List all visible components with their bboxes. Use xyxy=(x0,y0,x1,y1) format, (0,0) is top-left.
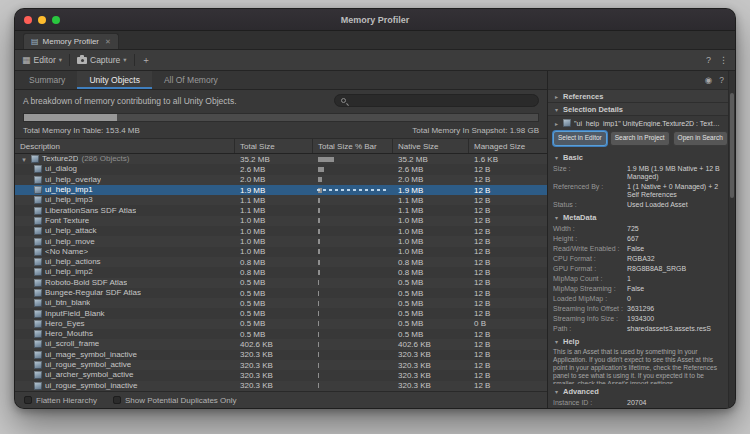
field-row: MipMap Count :1 xyxy=(548,274,728,284)
table-row[interactable]: Font Texture1.0 MB1.0 MB12 B xyxy=(15,216,547,226)
managed-size-cell: 12 B xyxy=(469,247,547,257)
capture-button-label: Capture xyxy=(90,55,120,65)
table-row[interactable]: ui_help_imp11.9 MB1.9 MB12 B xyxy=(15,185,547,195)
column-header-size-bar[interactable]: Total Size % Bar xyxy=(313,139,393,153)
checkbox-icon[interactable] xyxy=(24,396,32,404)
table-row[interactable]: ui_scroll_frame402.6 KB402.6 KB12 B xyxy=(15,339,547,349)
eye-icon[interactable]: ◉ xyxy=(705,75,712,85)
table-row[interactable]: Bungee-Regular SDF Atlas0.5 MB0.5 MB12 B xyxy=(15,288,547,298)
help-section-header[interactable]: ▾ Help xyxy=(548,334,728,348)
table-row[interactable]: ui_rogue_symbol_active320.3 KB320.3 KB12… xyxy=(15,360,547,370)
foldout-icon[interactable]: ▾ xyxy=(553,214,560,221)
doc-tab-label: Memory Profiler xyxy=(43,37,99,46)
import-snapshot-button[interactable]: ＋ xyxy=(142,56,151,65)
total-in-table-label: Total Memory In Table: 153.4 MB xyxy=(23,126,140,135)
scrollbar-thumb[interactable] xyxy=(730,93,734,198)
foldout-icon[interactable]: ▾ xyxy=(553,154,560,161)
table-row[interactable]: ui_help_actions0.8 MB0.8 MB12 B xyxy=(15,257,547,267)
column-header-total-size[interactable]: Total Size xyxy=(235,139,313,153)
capture-button[interactable]: Capture ▾ xyxy=(77,55,127,65)
search-input[interactable] xyxy=(350,96,532,105)
column-header-managed-size[interactable]: Managed Size xyxy=(469,139,547,153)
field-value: False xyxy=(627,285,723,293)
foldout-icon[interactable]: ▾ xyxy=(553,338,560,345)
foldout-icon[interactable]: ▸ xyxy=(553,93,560,100)
open-in-search-button[interactable]: Open in Search xyxy=(673,131,728,146)
texture2d-icon xyxy=(34,279,42,287)
table-row[interactable]: ui_help_imp31.1 MB1.1 MB12 B xyxy=(15,195,547,205)
tab-summary[interactable]: Summary xyxy=(17,71,77,89)
size-bar xyxy=(318,342,319,347)
table-row[interactable]: ui_dialog2.6 MB2.6 MB12 B xyxy=(15,164,547,174)
table-row[interactable]: ui_rogue_symbol_inactive320.3 KB320.3 KB… xyxy=(15,381,547,391)
table-row[interactable]: Hero_Eyes0.5 MB0.5 MB0 B xyxy=(15,319,547,329)
table-row[interactable]: Hero_Mouths0.5 MB0.5 MB12 B xyxy=(15,329,547,339)
basic-section-header[interactable]: ▾ Basic xyxy=(548,150,728,164)
foldout-icon[interactable]: ▾ xyxy=(20,156,28,163)
checkbox-icon[interactable] xyxy=(113,396,121,404)
field-value: RGBA32 xyxy=(627,255,723,263)
foldout-icon[interactable]: ▾ xyxy=(553,106,560,113)
table-row[interactable]: InputField_Blank0.5 MB0.5 MB12 B xyxy=(15,308,547,318)
references-section-header[interactable]: ▸ References xyxy=(548,90,728,103)
managed-size-cell: 12 B xyxy=(469,257,547,267)
table-row[interactable]: Roboto-Bold SDF Atlas0.5 MB0.5 MB12 B xyxy=(15,278,547,288)
table-row[interactable]: ui_help_overlay2.0 MB2.0 MB12 B xyxy=(15,175,547,185)
total-in-snapshot-label: Total Memory In Snapshot: 1.98 GB xyxy=(412,126,539,135)
editor-dropdown[interactable]: ▦ Editor ▾ xyxy=(22,55,62,65)
table-row[interactable]: ui_help_move1.0 MB1.0 MB12 B xyxy=(15,236,547,246)
close-tab-icon[interactable]: ✕ xyxy=(105,38,111,46)
search-in-project-button[interactable]: Search In Project xyxy=(610,131,670,146)
help-icon[interactable]: ? xyxy=(706,55,711,65)
window-close-button[interactable] xyxy=(24,16,32,24)
managed-size-cell: 1.6 KB xyxy=(469,154,547,164)
tab-all-of-memory[interactable]: All Of Memory xyxy=(152,71,230,89)
details-scrollbar[interactable] xyxy=(728,71,735,408)
kebab-menu-icon[interactable]: ⋮ xyxy=(719,55,728,65)
size-bar-cell xyxy=(313,267,393,277)
description-cell: LiberationSans SDF Atlas xyxy=(15,205,235,215)
field-label: CPU Format : xyxy=(553,255,623,263)
table-row[interactable]: LiberationSans SDF Atlas1.1 MB1.1 MB12 B xyxy=(15,205,547,215)
window-zoom-button[interactable] xyxy=(52,16,60,24)
texture2d-icon xyxy=(34,186,42,194)
total-size-cell: 35.2 MB xyxy=(235,154,313,164)
total-size-cell: 320.3 KB xyxy=(235,370,313,380)
show-duplicates-toggle[interactable]: Show Potential Duplicates Only xyxy=(113,396,237,405)
column-header-native-size[interactable]: Native Size xyxy=(393,139,469,153)
tab-unity-objects[interactable]: Unity Objects xyxy=(77,71,152,89)
table-row[interactable]: <No Name>1.0 MB1.0 MB12 B xyxy=(15,247,547,257)
column-header-description[interactable]: Description xyxy=(15,139,235,153)
native-size-cell: 1.0 MB xyxy=(393,226,469,236)
titlebar: Memory Profiler xyxy=(15,9,735,31)
field-row: Streaming Info Size :1934300 xyxy=(548,314,728,324)
native-size-cell: 320.3 KB xyxy=(393,360,469,370)
foldout-icon[interactable]: ▾ xyxy=(553,388,560,395)
select-in-editor-button[interactable]: Select in Editor xyxy=(553,131,607,146)
help-icon[interactable]: ? xyxy=(719,75,724,85)
table-row[interactable]: ui_archer_symbol_active320.3 KB320.3 KB1… xyxy=(15,370,547,380)
field-row: Referenced By :1 (1 Native + 0 Managed) … xyxy=(548,182,728,200)
row-name: ui_mage_symbol_inactive xyxy=(45,351,137,359)
toolbar-separator xyxy=(69,54,70,66)
metadata-section-header[interactable]: ▾ MetaData xyxy=(548,210,728,224)
table-group-row[interactable]: ▾Texture2D(286 Objects)35.2 MB35.2 MB1.6… xyxy=(15,154,547,164)
size-bar xyxy=(318,280,319,285)
selection-details-section-header[interactable]: ▾ Selection Details xyxy=(548,103,728,116)
selected-object-row[interactable]: ▸ "ui_help_imp1" UnityEngine.Texture2D :… xyxy=(548,116,728,128)
texture2d-icon xyxy=(34,258,42,266)
managed-size-cell: 12 B xyxy=(469,350,547,360)
table-row[interactable]: ui_mage_symbol_inactive320.3 KB320.3 KB1… xyxy=(15,350,547,360)
field-value: 0 xyxy=(627,295,723,303)
tab-memory-profiler[interactable]: ▤ Memory Profiler ✕ xyxy=(23,33,119,49)
table-row[interactable]: ui_help_attack1.0 MB1.0 MB12 B xyxy=(15,226,547,236)
window-minimize-button[interactable] xyxy=(38,16,46,24)
flatten-hierarchy-toggle[interactable]: Flatten Hierarchy xyxy=(24,396,97,405)
row-name: ui_help_imp2 xyxy=(45,268,93,276)
search-field[interactable] xyxy=(334,94,539,107)
advanced-section-header[interactable]: ▾ Advanced xyxy=(548,384,728,398)
toolbar-right: ? ⋮ xyxy=(706,55,728,65)
table-row[interactable]: ui_btn_blank0.5 MB0.5 MB12 B xyxy=(15,298,547,308)
texture2d-icon xyxy=(34,330,42,338)
table-row[interactable]: ui_help_imp20.8 MB0.8 MB12 B xyxy=(15,267,547,277)
